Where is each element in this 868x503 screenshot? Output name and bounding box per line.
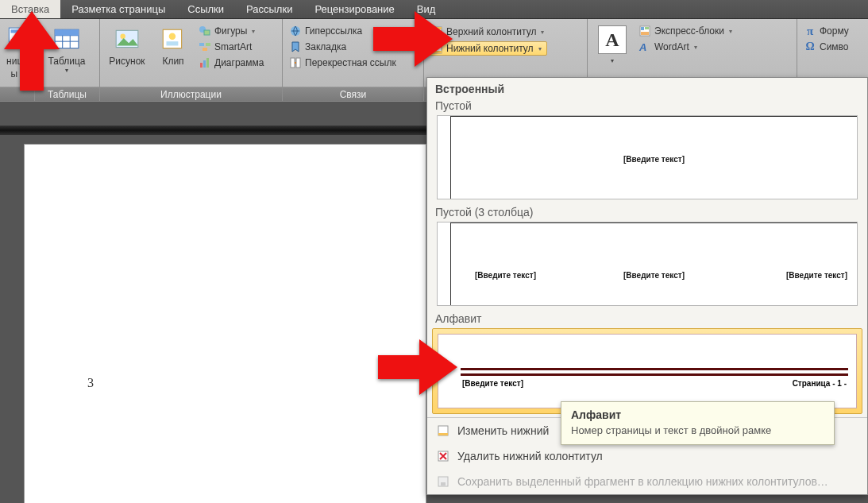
quickparts-label: Экспресс-блоки xyxy=(654,25,724,37)
pi-icon: π xyxy=(804,25,816,37)
svg-rect-18 xyxy=(200,63,203,68)
svg-rect-16 xyxy=(206,43,210,46)
page-number-text: 3 xyxy=(87,376,94,390)
omega-icon: Ω xyxy=(804,41,816,53)
save-selection-label: Сохранить выделенный фрагмент в коллекци… xyxy=(457,475,828,488)
svg-rect-17 xyxy=(203,48,207,51)
page-label-text: Страница - 1 - xyxy=(793,379,847,388)
quickparts-icon xyxy=(638,25,651,37)
tooltip-title: Алфавит xyxy=(571,408,824,421)
svg-rect-37 xyxy=(441,482,446,486)
clipart-icon xyxy=(159,25,187,54)
svg-rect-23 xyxy=(296,58,300,68)
svg-rect-31 xyxy=(641,32,649,35)
symbol-label: Симво xyxy=(820,41,849,52)
bookmark-label: Закладка xyxy=(305,41,346,52)
quickparts-button[interactable]: Экспресс-блоки xyxy=(635,24,735,38)
placeholder-text: [Введите текст] xyxy=(623,271,685,280)
svg-rect-30 xyxy=(645,27,649,29)
hyperlink-label: Гиперссылка xyxy=(305,25,362,37)
smartart-icon xyxy=(199,41,211,53)
textbox-icon: A xyxy=(598,25,627,54)
header-label: Верхний колонтитул xyxy=(446,26,536,37)
hyperlink-icon xyxy=(289,25,302,37)
crossref-icon xyxy=(289,56,302,69)
annotation-arrow-2 xyxy=(373,11,453,67)
formula-button[interactable]: π Форму xyxy=(800,24,852,38)
delete-icon xyxy=(435,448,451,464)
gallery-item-empty[interactable]: [Введите текст] xyxy=(437,115,858,199)
svg-rect-15 xyxy=(199,43,204,46)
document-page[interactable]: 3 xyxy=(25,145,426,503)
bookmark-icon xyxy=(289,41,302,53)
footer-label: Нижний колонтитул xyxy=(446,43,534,54)
svg-point-9 xyxy=(121,34,125,39)
svg-rect-20 xyxy=(206,58,209,68)
svg-rect-12 xyxy=(167,41,179,45)
textbox-button[interactable]: A ▾ xyxy=(591,22,634,64)
save-selection-button: Сохранить выделенный фрагмент в коллекци… xyxy=(427,469,867,494)
picture-button[interactable]: Рисунок xyxy=(103,22,151,67)
edit-icon xyxy=(435,423,451,439)
wordart-button[interactable]: A WordArt xyxy=(635,40,735,54)
clipart-label: Клип xyxy=(162,56,183,67)
svg-rect-22 xyxy=(291,58,295,68)
shapes-icon xyxy=(199,25,211,37)
gallery-heading: Встроенный xyxy=(427,78,867,98)
tab-page-layout[interactable]: Разметка страницы xyxy=(60,0,176,18)
wordart-label: WordArt xyxy=(654,41,689,52)
group-illustrations-label: Иллюстрации xyxy=(100,87,282,101)
symbol-button[interactable]: Ω Симво xyxy=(800,40,852,54)
chart-label: Диаграмма xyxy=(214,57,264,68)
group-links-label: Связи xyxy=(283,87,423,101)
tab-references[interactable]: Ссылки xyxy=(176,0,235,18)
placeholder-text: [Введите текст] xyxy=(462,379,523,388)
annotation-arrow-1 xyxy=(4,11,60,91)
wordart-icon: A xyxy=(638,41,651,53)
svg-rect-29 xyxy=(641,27,644,30)
smartart-label: SmartArt xyxy=(214,41,252,52)
save-icon xyxy=(435,474,451,489)
svg-rect-14 xyxy=(204,30,210,35)
shapes-button[interactable]: Фигуры xyxy=(195,24,267,38)
delete-footer-label: Удалить нижний колонтитул xyxy=(457,450,603,462)
chart-icon xyxy=(199,56,211,69)
delete-footer-button[interactable]: Удалить нижний колонтитул xyxy=(427,443,867,469)
svg-text:A: A xyxy=(638,41,646,53)
svg-point-11 xyxy=(169,33,176,41)
gallery-cat-empty: Пустой xyxy=(427,98,867,115)
picture-label: Рисунок xyxy=(109,56,145,67)
svg-rect-34 xyxy=(438,433,448,435)
placeholder-text: [Введите текст] xyxy=(475,271,536,280)
tooltip: Алфавит Номер страницы и текст в двойной… xyxy=(561,401,835,445)
placeholder-text: [Введите текст] xyxy=(623,155,685,164)
smartart-button[interactable]: SmartArt xyxy=(195,40,267,54)
placeholder-text: [Введите текст] xyxy=(786,271,847,280)
gallery-item-empty3[interactable]: [Введите текст] [Введите текст] [Введите… xyxy=(437,222,858,306)
tooltip-body: Номер страницы и текст в двойной рамке xyxy=(571,424,824,436)
formula-label: Форму xyxy=(820,25,849,37)
gallery-cat-alpha: Алфавит xyxy=(427,311,867,328)
gallery-cat-empty3: Пустой (3 столбца) xyxy=(427,204,867,222)
edit-footer-label: Изменить нижний xyxy=(457,424,549,437)
svg-rect-19 xyxy=(203,60,206,68)
shapes-label: Фигуры xyxy=(214,25,247,37)
clipart-button[interactable]: Клип xyxy=(152,22,194,67)
picture-icon xyxy=(113,25,141,54)
tab-mailings[interactable]: Рассылки xyxy=(235,0,303,18)
annotation-arrow-3 xyxy=(378,339,457,395)
chart-button[interactable]: Диаграмма xyxy=(195,56,267,70)
